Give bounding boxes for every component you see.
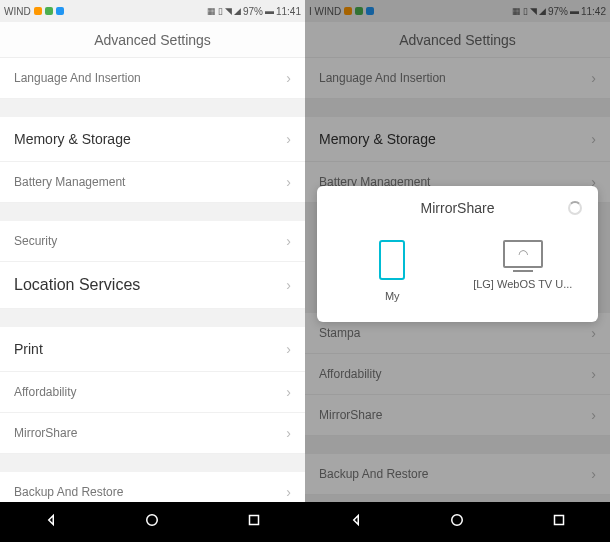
chevron-right-icon: › [591, 466, 596, 482]
recents-button[interactable] [550, 511, 568, 533]
status-bar: WIND ▦ ▯ ◥ ◢ 97% ▬ 11:41 [0, 0, 305, 22]
chevron-right-icon: › [286, 70, 291, 86]
vibrate-icon: ▯ [523, 6, 528, 16]
chevron-right-icon: › [286, 425, 291, 441]
carrier-label: I WIND [309, 6, 341, 17]
row-location[interactable]: Location Services› [0, 262, 305, 309]
row-mirrorshare[interactable]: MirrorShare› [0, 413, 305, 454]
svg-point-2 [452, 515, 463, 526]
loading-spinner-icon [568, 201, 582, 215]
settings-list: Language And Insertion› Memory & Storage… [0, 58, 305, 502]
nav-bar [305, 502, 610, 542]
clock: 11:42 [581, 6, 606, 17]
device-lg-tv[interactable]: ◠ [LG] WebOS TV U... [473, 240, 573, 302]
chevron-right-icon: › [286, 484, 291, 500]
whatsapp-icon [45, 7, 53, 15]
svg-rect-3 [555, 516, 564, 525]
row-language[interactable]: Language And Insertion› [305, 58, 610, 99]
notif-icon [366, 7, 374, 15]
chevron-right-icon: › [286, 174, 291, 190]
wifi-icon: ◥ [530, 6, 537, 16]
back-button[interactable] [347, 511, 365, 533]
wifi-icon: ◠ [518, 247, 528, 261]
chevron-right-icon: › [286, 277, 291, 293]
chevron-right-icon: › [591, 131, 596, 147]
row-print[interactable]: Print› [0, 327, 305, 372]
chevron-right-icon: › [286, 233, 291, 249]
battery-pct: 97% [548, 6, 568, 17]
right-screen: I WIND ▦ ▯ ◥ ◢ 97% ▬ 11:42 Advanced Sett… [305, 0, 610, 542]
battery-icon: ▬ [265, 6, 274, 16]
battery-pct: 97% [243, 6, 263, 17]
page-title: Advanced Settings [0, 22, 305, 58]
status-bar: I WIND ▦ ▯ ◥ ◢ 97% ▬ 11:42 [305, 0, 610, 22]
nfc-icon: ▦ [512, 6, 521, 16]
row-battery[interactable]: Battery Management› [0, 162, 305, 203]
nfc-icon: ▦ [207, 6, 216, 16]
device-label: My [342, 290, 442, 302]
chevron-right-icon: › [286, 384, 291, 400]
device-label: [LG] WebOS TV U... [473, 278, 573, 290]
chevron-right-icon: › [591, 407, 596, 423]
dialog-title: MirrorShare [421, 200, 495, 216]
row-backup[interactable]: Backup And Restore› [305, 454, 610, 495]
signal-icon: ◢ [234, 6, 241, 16]
notif-icon [34, 7, 42, 15]
chevron-right-icon: › [286, 131, 291, 147]
notif-icon [56, 7, 64, 15]
home-button[interactable] [448, 511, 466, 533]
page-title: Advanced Settings [305, 22, 610, 58]
row-affordability[interactable]: Affordability› [305, 354, 610, 395]
chevron-right-icon: › [591, 70, 596, 86]
signal-icon: ◢ [539, 6, 546, 16]
row-security[interactable]: Security› [0, 221, 305, 262]
notif-icon [344, 7, 352, 15]
row-backup[interactable]: Backup And Restore› [0, 472, 305, 502]
mirrorshare-dialog: MirrorShare My ◠ [LG] WebOS TV U... [317, 186, 598, 322]
chevron-right-icon: › [286, 341, 291, 357]
device-my-phone[interactable]: My [342, 240, 442, 302]
back-button[interactable] [42, 511, 60, 533]
carrier-label: WIND [4, 6, 31, 17]
recents-button[interactable] [245, 511, 263, 533]
row-language[interactable]: Language And Insertion› [0, 58, 305, 99]
svg-rect-1 [250, 516, 259, 525]
tv-icon: ◠ [503, 240, 543, 268]
home-button[interactable] [143, 511, 161, 533]
wifi-icon: ◥ [225, 6, 232, 16]
battery-icon: ▬ [570, 6, 579, 16]
phone-icon [379, 240, 405, 280]
vibrate-icon: ▯ [218, 6, 223, 16]
clock: 11:41 [276, 6, 301, 17]
row-memory[interactable]: Memory & Storage› [0, 117, 305, 162]
nav-bar [0, 502, 305, 542]
left-screen: WIND ▦ ▯ ◥ ◢ 97% ▬ 11:41 Advanced Settin… [0, 0, 305, 542]
row-memory[interactable]: Memory & Storage› [305, 117, 610, 162]
chevron-right-icon: › [591, 325, 596, 341]
chevron-right-icon: › [591, 366, 596, 382]
row-affordability[interactable]: Affordability› [0, 372, 305, 413]
row-mirrorshare[interactable]: MirrorShare› [305, 395, 610, 436]
svg-point-0 [147, 515, 158, 526]
whatsapp-icon [355, 7, 363, 15]
